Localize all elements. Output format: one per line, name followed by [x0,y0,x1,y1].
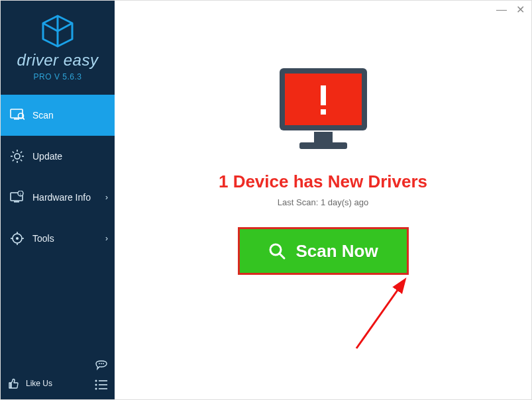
alert-monitor-icon [270,64,376,157]
svg-point-26 [103,363,104,364]
svg-line-11 [21,160,22,161]
svg-rect-36 [321,109,326,115]
svg-line-4 [23,118,25,120]
headline: 1 Device has New Drivers [219,172,427,192]
scan-now-label: Scan Now [295,241,378,262]
svg-rect-2 [14,119,19,120]
sidebar-item-tools[interactable]: Tools › [1,218,115,259]
svg-line-10 [13,152,14,153]
sidebar-item-label: Hardware Info [32,192,91,203]
last-scan-label: Last Scan: 1 day(s) ago [278,197,368,207]
thumbs-up-icon [7,377,21,390]
sidebar-item-hardware-info[interactable]: i Hardware Info › [1,177,115,218]
hardware-info-icon: i [10,191,25,204]
svg-point-5 [15,154,20,159]
menu-icon[interactable] [95,379,108,390]
version-label: PRO V 5.6.3 [7,72,108,81]
svg-rect-38 [299,142,347,149]
tools-icon [10,231,25,246]
svg-point-23 [16,237,19,240]
like-us-button[interactable]: Like Us [7,377,52,390]
sidebar-bottom-icons [95,360,108,390]
window-controls: — ✕ [496,5,525,15]
logo-block: driver easy PRO V 5.6.3 [1,1,115,89]
minimize-button[interactable]: — [496,5,507,15]
sidebar-nav: Scan Update [1,95,115,259]
sidebar: driver easy PRO V 5.6.3 Scan [1,1,115,399]
scan-now-button[interactable]: Scan Now [238,227,409,275]
svg-point-27 [95,380,97,382]
svg-line-13 [13,160,14,161]
svg-rect-15 [14,201,19,203]
app-window: driver easy PRO V 5.6.3 Scan [0,0,532,400]
brand-logo-icon [39,14,76,48]
chevron-right-icon: › [105,234,108,243]
svg-rect-37 [314,132,333,142]
sidebar-item-label: Update [32,151,62,162]
svg-line-40 [280,254,284,258]
main-panel: — ✕ 1 Device has New Drivers Last Scan: … [115,1,531,399]
svg-point-24 [99,363,100,364]
like-us-label: Like Us [26,379,52,388]
scan-monitor-icon [10,109,25,122]
sidebar-item-label: Scan [32,110,54,121]
close-button[interactable]: ✕ [516,5,525,15]
svg-line-12 [21,152,22,153]
annotation-arrow-icon [343,269,423,355]
search-icon [268,242,286,260]
svg-rect-35 [321,85,326,105]
feedback-icon[interactable] [95,360,108,373]
sidebar-item-label: Tools [32,233,54,244]
svg-line-41 [356,281,404,348]
sidebar-bottom: Like Us [1,352,115,399]
svg-point-31 [95,388,97,390]
svg-text:i: i [20,192,21,196]
svg-point-25 [101,363,102,364]
gear-icon [10,149,25,164]
brand-name: driver easy [7,51,108,70]
center-content: 1 Device has New Drivers Last Scan: 1 da… [115,1,531,275]
sidebar-item-scan[interactable]: Scan [1,95,115,136]
svg-point-29 [95,384,97,386]
sidebar-item-update[interactable]: Update [1,136,115,177]
chevron-right-icon: › [105,193,108,202]
